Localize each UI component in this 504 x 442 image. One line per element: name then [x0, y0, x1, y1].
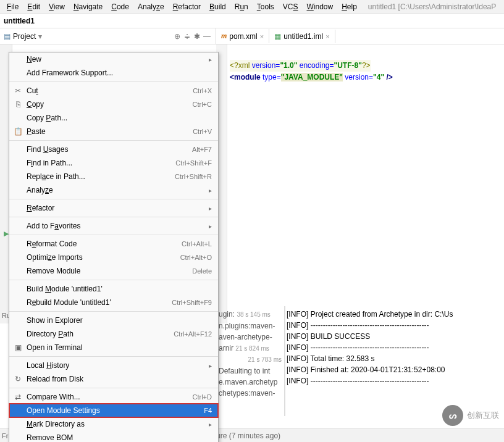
menu-item[interactable]: Reformat CodeCtrl+Alt+L [9, 237, 218, 251]
project-panel-label[interactable]: Project [13, 32, 36, 41]
close-icon[interactable]: × [326, 33, 329, 40]
menu-item[interactable]: Remove BOM [9, 431, 218, 442]
menu-run[interactable]: Run [230, 1, 253, 12]
menu-item[interactable]: Show in Explorer [9, 314, 218, 327]
menu-item[interactable]: Replace in Path...Ctrl+Shift+R [9, 170, 218, 183]
menu-item[interactable]: Directory PathCtrl+Alt+F12 [9, 327, 218, 341]
build-tree[interactable]: ugin: 38 s 145 ms n.plugins:maven- aven-… [216, 306, 284, 416]
menu-navigate[interactable]: Navigate [69, 1, 107, 12]
menu-item[interactable]: Find in Path...Ctrl+Shift+F [9, 156, 218, 170]
settings-icon[interactable]: ✱ [192, 31, 202, 41]
menu-item[interactable]: Rebuild Module 'untitled1'Ctrl+Shift+F9 [9, 296, 218, 309]
tab-pom-xml[interactable]: m pom.xml × [216, 29, 269, 43]
menu-item-icon: 📋 [13, 127, 23, 136]
dropdown-icon[interactable]: ▾ [38, 32, 42, 41]
maven-icon: m [221, 31, 227, 41]
menu-item[interactable]: Analyze▸ [9, 183, 218, 197]
menu-item-icon: ▣ [13, 343, 23, 352]
code-content: <?xml version="1.0" encoding="UTF-8"?> <… [230, 48, 393, 95]
menu-item-icon: ↻ [13, 375, 23, 383]
menu-item-icon: ✂ [13, 86, 23, 95]
menu-item[interactable]: ↻Reload from Disk [9, 372, 218, 386]
expand-icon[interactable]: ≑ [182, 31, 192, 41]
menu-help[interactable]: Help [337, 1, 361, 12]
locate-icon[interactable]: ⊕ [172, 31, 182, 41]
menubar: File Edit View Navigate Code Analyze Ref… [0, 0, 504, 14]
menu-code[interactable]: Code [107, 1, 133, 12]
run-icon[interactable]: ▶ [4, 230, 9, 238]
menu-item[interactable]: Add to Favorites▸ [9, 219, 218, 233]
menu-item[interactable]: Open Module SettingsF4 [9, 404, 218, 417]
menu-item[interactable]: Remove ModuleDelete [9, 264, 218, 278]
menu-item-icon: ⇄ [13, 393, 23, 401]
console-output[interactable]: [INFO] Project created from Archetype in… [284, 306, 504, 416]
menu-edit[interactable]: Edit [23, 1, 44, 12]
menu-item[interactable]: Refactor▸ [9, 201, 218, 215]
menu-item[interactable]: Add Framework Support... [9, 66, 218, 80]
menu-item[interactable]: ⎘CopyCtrl+C [9, 98, 218, 111]
build-console: ugin: 38 s 145 ms n.plugins:maven- aven-… [216, 306, 504, 416]
code-editor[interactable]: <?xml version="1.0" encoding="UTF-8"?> <… [216, 44, 504, 323]
menu-item[interactable]: Optimize ImportsCtrl+Alt+O [9, 251, 218, 264]
menu-vcs[interactable]: VCS [279, 1, 303, 12]
left-rail-fr-label[interactable]: Fr [2, 432, 8, 440]
toolbar-row: ▤ Project ▾ ⊕ ≑ ✱ — m pom.xml × ▦ untitl… [0, 28, 504, 44]
menu-item[interactable]: 📋PasteCtrl+V [9, 125, 218, 138]
menu-item-icon: ⎘ [13, 100, 23, 109]
menu-item[interactable]: ▣Open in Terminal [9, 341, 218, 354]
collapse-icon[interactable]: — [202, 31, 212, 41]
menu-refactor[interactable]: Refactor [169, 1, 205, 12]
menu-file[interactable]: File [2, 1, 23, 12]
module-icon: ▦ [274, 32, 281, 41]
context-menu: New▸Add Framework Support...✂CutCtrl+X⎘C… [9, 52, 219, 442]
menu-view[interactable]: View [44, 1, 69, 12]
menu-item[interactable]: Copy Path... [9, 111, 218, 125]
tab-untitled1-iml[interactable]: ▦ untitled1.iml × [269, 30, 335, 43]
project-icon: ▤ [4, 32, 10, 41]
menu-item[interactable]: Mark Directory as▸ [9, 417, 218, 431]
watermark-logo-icon: ᔕ [442, 405, 463, 426]
menu-item[interactable]: New▸ [9, 52, 218, 66]
menu-build[interactable]: Build [205, 1, 230, 12]
window-title-path: untitled1 [C:\Users\Administrator\IdeaP [364, 1, 500, 12]
watermark: ᔕ 创新互联 [442, 405, 499, 426]
menu-analyze[interactable]: Analyze [133, 1, 169, 12]
close-icon[interactable]: × [260, 33, 264, 40]
editor-tabs: m pom.xml × ▦ untitled1.iml × [216, 28, 335, 44]
menu-item[interactable]: Local History▸ [9, 359, 218, 372]
breadcrumb: untitled1 [0, 14, 504, 28]
menu-item[interactable]: Build Module 'untitled1' [9, 282, 218, 296]
project-panel-header: ▤ Project ▾ ⊕ ≑ ✱ — [0, 28, 216, 44]
menu-item[interactable]: ⇄Compare With...Ctrl+D [9, 390, 218, 404]
menu-window[interactable]: Window [302, 1, 337, 12]
menu-item[interactable]: ✂CutCtrl+X [9, 84, 218, 98]
menu-tools[interactable]: Tools [253, 1, 279, 12]
menu-item[interactable]: Find UsagesAlt+F7 [9, 143, 218, 156]
breadcrumb-root[interactable]: untitled1 [4, 17, 35, 25]
